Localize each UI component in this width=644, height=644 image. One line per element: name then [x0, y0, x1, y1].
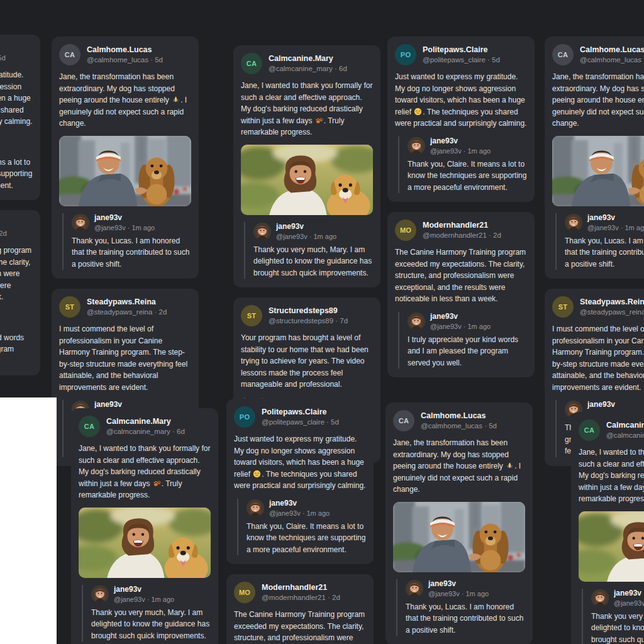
author-name: Modernhandler21: [262, 583, 340, 592]
author-initials-avatar: MO: [395, 219, 416, 241]
author-name: Calmcanine.Mary: [606, 421, 644, 430]
author-initials-avatar: CA: [79, 416, 100, 437]
emoji-paw: [153, 479, 161, 487]
reply-handle-time: @jane93v · 1m ago: [430, 322, 491, 331]
card-header: CA Calmcanine.Mary @calmcanine_mary · 6d: [579, 419, 644, 441]
reply-header: jane93v @jane93v · 1m ago: [406, 579, 525, 598]
testimonial-photo: [393, 502, 525, 572]
author-handle-time: @politepaws_claire · 5d: [423, 55, 500, 64]
reply-text: I truly appreciate your kind words and I…: [0, 332, 33, 367]
author-handle-time: @structuredsteps89 · 7d: [269, 316, 348, 325]
reply-handle-time: @jane93v · 1m ago: [428, 589, 489, 598]
card-column-1: CA Calmhome.Lucas @calmhome_lucas · 5d J…: [52, 36, 199, 466]
emoji-relieved: [253, 470, 261, 478]
testimonial-card[interactable]: CA Calmhome.Lucas @calmhome_lucas · 5d J…: [52, 36, 199, 279]
reply-text: Thank you very much, Mary. I am delighte…: [91, 607, 211, 642]
author-handle-time: @modernhandler21 · 2d: [262, 593, 340, 602]
testimonial-card[interactable]: MO Modernhandler21 @modernhandler21 · 2d…: [226, 574, 374, 644]
reply-text: Thank you, Claire. It means a lot to kno…: [0, 157, 33, 192]
testimonial-text: Jane, I wanted to thank you formally for…: [79, 443, 211, 501]
testimonial-card[interactable]: PO Politepaws.Claire @politepaws_claire …: [387, 36, 535, 202]
jane-avatar-photo: [591, 589, 609, 607]
testimonial-card[interactable]: MO Modernhandler21 @modernhandler21 · 2d…: [387, 212, 535, 377]
reply-thread: jane93v @jane93v · 1m ago Thank you very…: [82, 585, 211, 642]
author-handle-time: @calmhome_lucas · 5d: [87, 55, 163, 64]
author-handle-time: @politepaws_claire · 5d: [262, 418, 339, 426]
card-header: CA Calmhome.Lucas @calmhome_lucas · 5d: [393, 410, 525, 431]
reply-header: jane93v @jane93v · 1m ago: [253, 222, 373, 241]
card-header: CA Calmcanine.Mary @calmcanine_mary · 6d: [241, 53, 373, 74]
testimonial-card[interactable]: PO Politepaws.Claire @politepaws_claire …: [226, 399, 374, 564]
author-name: Calmcanine.Mary: [106, 417, 185, 426]
reply-handle-time: @jane93v · 1m ago: [587, 223, 644, 232]
author-initials-avatar: MO: [234, 582, 255, 603]
author-handle-time: @steadypaws_reina · 2d: [87, 308, 167, 316]
author-handle-time: @modernhandler21 · 2d: [423, 231, 501, 240]
woman-with-dog-photo: [241, 145, 373, 215]
reply-thread: jane93v @jane93v · 1m ago Thank you, Cla…: [398, 136, 527, 194]
author-name: Calmcanine.Mary: [269, 54, 347, 64]
reply-author-name: jane93v: [614, 589, 644, 598]
woman-with-dog-photo: [79, 508, 211, 578]
reply-thread: jane93v @jane93v · 1m ago Thank you, Luc…: [396, 579, 525, 636]
card-header: PO Politepaws.Claire @politepaws_claire …: [234, 406, 366, 428]
author-initials-avatar: CA: [241, 53, 262, 74]
reply-text: Thank you very much, Mary. I am delighte…: [253, 244, 373, 279]
author-initials-avatar: PO: [234, 406, 255, 428]
author-name: Steadypaws.Reina: [580, 297, 644, 307]
emoji-relieved: [414, 108, 422, 116]
card-column-0: PO Politepaws.Claire @politepaws_claire …: [0, 35, 40, 375]
testimonial-text: I must commend the level of professional…: [59, 323, 191, 393]
testimonial-text: Jane, I wanted to thank you formally for…: [579, 447, 644, 505]
testimonial-text: The Canine Harmony Training program exce…: [395, 247, 527, 305]
author-name: Calmhome.Lucas: [87, 45, 163, 55]
testimonial-text: I must commend the level of professional…: [552, 323, 644, 393]
card-column-5: CA Calmcanine.Mary @calmcanine_mary · 6d…: [71, 408, 218, 644]
reply-text: Thank you, Lucas. I am honored that the …: [406, 601, 525, 636]
testimonial-card[interactable]: PO Politepaws.Claire @politepaws_claire …: [0, 35, 40, 200]
reply-author-name: jane93v: [587, 213, 644, 223]
author-handle-time: @steadypaws_reina · 2d: [580, 308, 644, 316]
emoji-paw: [315, 116, 323, 125]
author-initials-avatar: ST: [59, 296, 80, 318]
author-initials-avatar: ST: [552, 296, 574, 318]
reply-header: jane93v @jane93v · 1m ago: [72, 213, 191, 232]
reply-header: jane93v @jane93v · 1m ago: [0, 310, 33, 329]
reply-header: jane93v @jane93v · 1m ago: [247, 499, 366, 518]
jane-avatar-photo: [91, 586, 109, 603]
reply-thread: jane93v @jane93v · 1m ago Thank you, Luc…: [62, 213, 191, 270]
reply-author-name: jane93v: [276, 222, 336, 231]
reply-text: Thank you, Lucas. I am honored that the …: [72, 235, 191, 270]
author-handle-time: @calmcanine_mary · 6d: [269, 64, 347, 73]
card-header: MO Modernhandler21 @modernhandler21 · 2d: [234, 582, 366, 603]
testimonial-card[interactable]: CA Calmcanine.Mary @calmcanine_mary · 6d…: [233, 45, 380, 287]
author-initials-avatar: CA: [552, 44, 574, 65]
reply-handle-time: @jane93v · 1m ago: [114, 595, 174, 604]
testimonial-text: Just wanted to express my gratitude. My …: [395, 71, 527, 130]
testimonial-card[interactable]: CA Calmcanine.Mary @calmcanine_mary · 6d…: [571, 412, 644, 644]
jane-avatar-photo: [253, 223, 271, 240]
testimonial-photo: [59, 136, 191, 206]
testimonial-card[interactable]: CA Calmhome.Lucas @calmhome_lucas · 5d J…: [545, 36, 644, 279]
testimonial-card[interactable]: CA Calmcanine.Mary @calmcanine_mary · 6d…: [71, 408, 218, 644]
author-handle-time: @calmhome_lucas · 5d: [580, 55, 644, 64]
author-initials-avatar: ST: [241, 305, 262, 326]
reply-handle-time: @jane93v · 1m ago: [430, 147, 491, 155]
card-header: ST Structuredsteps89 @structuredsteps89 …: [241, 305, 373, 326]
card-header: CA Calmcanine.Mary @calmcanine_mary · 6d: [79, 416, 211, 437]
author-name: Structuredsteps89: [269, 306, 348, 316]
emoji-pray: [506, 462, 514, 470]
reply-header: jane93v @jane93v · 1m ago: [591, 589, 644, 608]
card-header: PO Politepaws.Claire @politepaws_claire …: [0, 42, 33, 64]
testimonial-card[interactable]: MO Modernhandler21 @modernhandler21 · 2d…: [0, 210, 40, 375]
reply-text: I truly appreciate your kind words and I…: [408, 334, 527, 369]
testimonial-photo: [79, 508, 211, 578]
author-handle-time: @calmcanine_mary · 6d: [106, 427, 185, 436]
testimonial-card[interactable]: CA Calmhome.Lucas @calmhome_lucas · 5d J…: [386, 402, 533, 644]
author-name: Modernhandler21: [423, 221, 501, 230]
testimonial-wall: PO Politepaws.Claire @politepaws_claire …: [0, 0, 644, 644]
jane-avatar-photo: [565, 214, 582, 231]
woman-with-dog-photo: [579, 511, 644, 582]
testimonial-text: Just wanted to express my gratitude. My …: [0, 69, 33, 128]
reply-text: Thank you, Lucas. I am honored that the …: [565, 235, 644, 270]
